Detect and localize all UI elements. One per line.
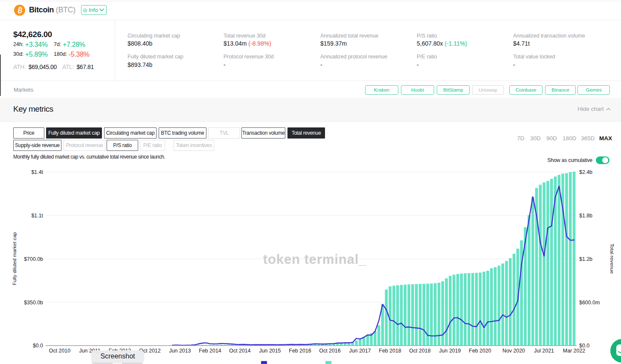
svg-text:$1.2b: $1.2b [579,256,592,262]
svg-text:$600.0m: $600.0m [579,300,600,306]
svg-text:Total revenue: Total revenue [609,244,615,274]
svg-text:token terminal_: token terminal_ [263,252,367,267]
svg-text:Oct 2014: Oct 2014 [229,348,250,354]
svg-text:Feb 2016: Feb 2016 [289,348,311,354]
svg-text:Jun 2017: Jun 2017 [349,348,371,354]
svg-text:Oct 2010: Oct 2010 [49,348,70,354]
svg-text:$700.0b: $700.0b [24,256,43,262]
svg-text:$1.8b: $1.8b [579,213,592,219]
svg-text:$2.4b: $2.4b [579,169,592,175]
svg-text:Feb 2014: Feb 2014 [199,348,221,354]
svg-text:$0.0: $0.0 [33,343,43,349]
svg-text:Nov 2020: Nov 2020 [502,348,525,354]
svg-text:Jun 2013: Jun 2013 [169,348,191,354]
svg-text:Feb 2018: Feb 2018 [379,348,401,354]
svg-text:Jun 2015: Jun 2015 [259,348,281,354]
svg-text:Oct 2016: Oct 2016 [319,348,340,354]
svg-text:$1.4t: $1.4t [31,169,43,175]
svg-text:Jul 2021: Jul 2021 [534,348,554,354]
svg-text:$1.1t: $1.1t [31,213,43,219]
svg-text:Jun 2019: Jun 2019 [439,348,461,354]
svg-text:Oct 2018: Oct 2018 [409,348,430,354]
svg-text:$350.0b: $350.0b [24,300,43,306]
svg-text:Feb 2020: Feb 2020 [469,348,491,354]
svg-text:Mar 2022: Mar 2022 [563,348,585,354]
svg-text:Fully diluted market cap: Fully diluted market cap [12,232,17,285]
